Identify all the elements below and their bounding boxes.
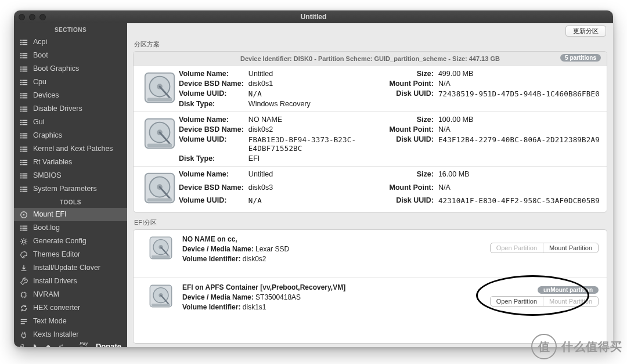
- file-add-icon[interactable]: [33, 342, 37, 348]
- efi-volume-title: EFI on APFS Container [vv,Preboot,Recove…: [182, 283, 345, 291]
- partition-row: Volume Name:UntitledSize:499.00 MB Devic…: [134, 66, 607, 111]
- value: FBAB1E3D-BF94-3373-B23C-E4DBF71552BC: [248, 135, 374, 153]
- label: Volume UUID:: [179, 89, 244, 98]
- mount-partition-button[interactable]: Mount Partition: [543, 243, 598, 253]
- sidebar-item-label: Themes Editor: [33, 250, 80, 260]
- sidebar-item-system-parameters[interactable]: System Parameters: [14, 182, 127, 196]
- window-title: Untitled: [301, 13, 327, 21]
- harddrive-icon: [140, 116, 179, 154]
- value: EFI: [248, 154, 374, 163]
- efi-title: EFI分区: [127, 216, 613, 229]
- value: Untitled: [248, 170, 374, 182]
- list-icon: [20, 224, 28, 232]
- sidebar-tool-install-clover[interactable]: Install/Update Clover: [14, 261, 127, 275]
- sidebar-item-devices[interactable]: Devices: [14, 89, 127, 102]
- label: Device BSD Name:: [179, 80, 244, 88]
- label: Disk Type:: [179, 100, 244, 108]
- list-icon: [20, 172, 28, 180]
- label: Volume Identifier:: [182, 255, 240, 263]
- sidebar-tool-nvram[interactable]: NVRAM: [14, 288, 127, 301]
- value: Untitled: [248, 70, 374, 78]
- value: ST3500418AS: [255, 293, 301, 301]
- value: 42310A1F-E830-4FF2-958C-53AF0DCB05B9: [438, 196, 600, 208]
- label: Size:: [379, 70, 434, 78]
- sidebar-item-graphics[interactable]: Graphics: [14, 129, 127, 142]
- donate-button[interactable]: Donate: [96, 342, 121, 348]
- wrench-icon: [20, 277, 28, 286]
- list-icon: [20, 105, 28, 113]
- sidebar-tool-hex[interactable]: HEX converter: [14, 301, 127, 315]
- label: Volume Name:: [179, 116, 244, 124]
- label: Size:: [379, 116, 434, 124]
- exit-icon[interactable]: [20, 342, 24, 348]
- value: 16.00 MB: [438, 170, 600, 182]
- svg-rect-13: [22, 293, 26, 297]
- main-content: 更新分区 分区方案 Device Identifier: DISK0 - Par…: [127, 23, 613, 347]
- partition-scheme-title: 分区方案: [127, 38, 613, 51]
- sidebar-item-rt-variables[interactable]: Rt Variables: [14, 156, 127, 169]
- sidebar-item-label: Kernel and Kext Patches: [33, 144, 113, 154]
- value: disk0s2: [248, 125, 374, 134]
- sidebar-item-label: Boot.log: [33, 223, 60, 233]
- title-bar: Untitled: [14, 10, 613, 23]
- sidebar-item-label: Boot: [33, 51, 48, 60]
- label: Volume Identifier:: [182, 303, 240, 311]
- sidebar-tool-mount-efi[interactable]: Mount EFI: [14, 208, 127, 221]
- tools-header: TOOLS: [14, 196, 127, 208]
- value: E43F12B4-2279-40BC-806A-2D212389B2A9: [438, 135, 600, 153]
- sidebar-item-label: Disable Drivers: [33, 104, 82, 114]
- update-partitions-button[interactable]: 更新分区: [565, 26, 606, 37]
- sidebar-item-label: NVRAM: [33, 290, 59, 300]
- list-icon: [20, 158, 28, 167]
- close-window-icon[interactable]: [19, 14, 25, 20]
- efi-panel: NO NAME on cc, Device / Media Name: Lexa…: [133, 229, 607, 344]
- download-icon: [20, 264, 28, 272]
- sidebar-item-kernel-kext[interactable]: Kernel and Kext Patches: [14, 142, 127, 156]
- partition-row: Volume Name:NO NAMESize:100.00 MB Device…: [134, 111, 607, 166]
- label: Volume Name:: [179, 170, 244, 182]
- list-icon: [20, 185, 28, 193]
- sidebar-item-boot-graphics[interactable]: Boot Graphics: [14, 62, 127, 75]
- zoom-window-icon[interactable]: [39, 14, 46, 20]
- sidebar-item-cpu[interactable]: Cpu: [14, 75, 127, 89]
- sidebar-tool-bootlog[interactable]: Boot.log: [14, 221, 127, 235]
- sidebar-item-label: SMBIOS: [33, 171, 62, 181]
- label: Device BSD Name:: [179, 183, 244, 195]
- sidebar-item-label: Gui: [33, 117, 44, 127]
- sidebar-item-label: Devices: [33, 91, 59, 100]
- sidebar-item-disable-drivers[interactable]: Disable Drivers: [14, 102, 127, 116]
- sidebar-item-label: Boot Graphics: [33, 64, 79, 74]
- sidebar-item-smbios[interactable]: SMBIOS: [14, 169, 127, 182]
- sidebar-item-boot[interactable]: Boot: [14, 49, 127, 62]
- home-icon[interactable]: [46, 342, 51, 348]
- sidebar-tool-generate-config[interactable]: Generate Config: [14, 235, 127, 248]
- sidebar-item-label: HEX converter: [33, 303, 80, 313]
- sidebar-item-label: Install/Update Clover: [33, 263, 100, 273]
- plug-icon: [20, 331, 28, 339]
- open-partition-button[interactable]: Open Partition: [491, 243, 543, 253]
- minimize-window-icon[interactable]: [29, 14, 35, 20]
- list-icon: [20, 145, 28, 153]
- gear-icon: [20, 237, 28, 246]
- sidebar-tool-kexts[interactable]: Kexts Installer: [14, 328, 127, 341]
- list-icon: [20, 65, 28, 73]
- sidebar-item-label: Install Drivers: [33, 276, 77, 286]
- list-icon: [20, 78, 28, 87]
- list-icon: [20, 92, 28, 100]
- sidebar-tool-install-drivers[interactable]: Install Drivers: [14, 275, 127, 288]
- sections-header: SECTIONS: [14, 23, 127, 35]
- share-icon[interactable]: [59, 342, 63, 348]
- sidebar-tool-text-mode[interactable]: Text Mode: [14, 315, 127, 328]
- sidebar-tool-themes[interactable]: Themes Editor: [14, 248, 127, 261]
- partition-row: Volume Name:UntitledSize:16.00 MB Device…: [134, 166, 607, 212]
- harddrive-icon: [142, 235, 180, 273]
- partitions-count-badge: 5 partitions: [560, 54, 601, 62]
- sidebar-item-label: Generate Config: [33, 236, 87, 246]
- sidebar-item-gui[interactable]: Gui: [14, 116, 127, 129]
- svg-point-11: [23, 214, 25, 215]
- sidebar-item-acpi[interactable]: Acpi: [14, 35, 127, 49]
- harddrive-icon: [140, 170, 179, 208]
- harddrive-icon: [142, 283, 180, 321]
- label: Disk UUID:: [379, 196, 434, 208]
- list-icon: [20, 132, 28, 140]
